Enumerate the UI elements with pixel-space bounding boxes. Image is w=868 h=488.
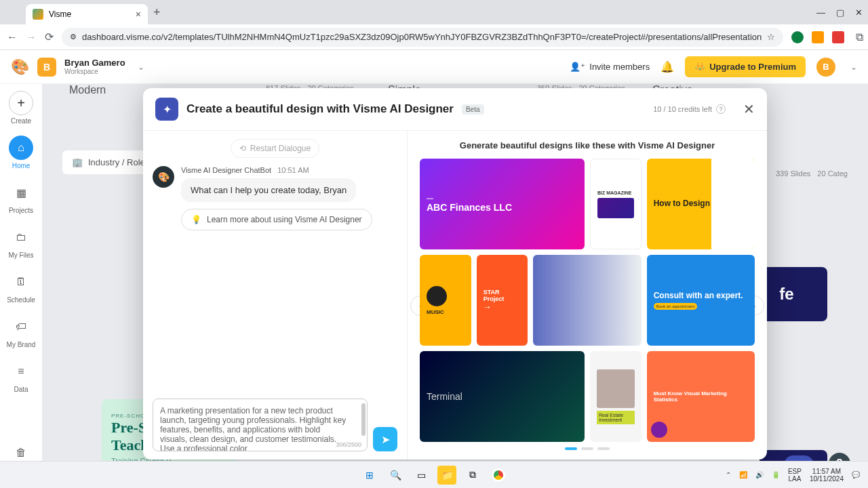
user-name: Bryan Gamero [64,58,125,68]
carousel-dot[interactable] [597,447,610,450]
maximize-icon[interactable]: ▢ [836,7,844,18]
minimize-icon[interactable]: — [816,7,825,18]
beta-badge: Beta [462,104,484,115]
forward-icon[interactable]: → [26,31,37,43]
home-icon: ⌂ [9,136,33,160]
credits-text: 10 / 10 credits left [653,105,712,113]
sidebar-item-create[interactable]: + Create [9,91,33,125]
sidebar-item-home[interactable]: ⌂ Home [9,136,33,169]
upgrade-button[interactable]: 👑 Upgrade to Premium [685,56,806,77]
carousel-dot[interactable] [565,447,577,450]
template-thumb[interactable]: BIZ MAGAZINE [590,159,642,249]
calendar-icon: 🗓 [9,270,33,294]
slack-icon[interactable]: ⧉ [463,466,482,485]
template-thumb[interactable]: Consult with an expert.Book an appointme… [647,255,755,346]
template-thumb[interactable]: Must Know Visual Marketing Statistics [647,351,755,442]
battery-icon[interactable]: 🔋 [772,471,780,479]
bot-timestamp: 10:51 AM [277,166,309,174]
clock[interactable]: 11:57 AM 10/11/2024 [810,468,844,483]
template-thumb[interactable]: ━━ABC Finances LLC [420,159,585,249]
bot-avatar-icon: 🎨 [153,166,174,188]
database-icon: ≡ [9,359,33,384]
extension-icon[interactable] [812,31,824,43]
sidebar-item-data[interactable]: ≡ Data [9,359,33,393]
send-icon: ➤ [381,433,390,446]
template-thumb[interactable]: Real Estate Investment [590,351,642,442]
template-thumb[interactable]: STAR Project→ [477,255,528,346]
tab-title: Visme [49,9,71,19]
reload-icon[interactable]: ⟳ [45,30,54,43]
extension-icon[interactable] [832,31,844,43]
char-count: 306/2500 [336,441,361,448]
info-icon[interactable]: ? [716,104,726,114]
url-text: dashboard.visme.co/v2/templates/TUlhM2NH… [82,32,762,42]
close-window-icon[interactable]: ✕ [855,7,863,18]
sidebar-item-mybrand[interactable]: 🏷 My Brand [7,314,36,348]
tray-chevron-icon[interactable]: ⌃ [726,471,731,479]
user-plus-icon: 👤⁺ [570,62,585,72]
carousel-dots [420,447,755,450]
refresh-icon: ⟲ [239,144,246,153]
site-settings-icon[interactable]: ⚙ [70,33,77,41]
favicon-icon [33,9,43,20]
browser-toolbar: ← → ⟳ ⚙ dashboard.visme.co/v2/templates/… [0,24,868,50]
industry-filter[interactable]: 🏢 Industry / Role [62,150,155,174]
template-thumb[interactable]: How to Design a Font [647,159,755,249]
chevron-down-icon[interactable]: ⌄ [850,62,857,72]
extensions-icon[interactable]: ⧉ [852,31,866,43]
user-avatar[interactable]: B [816,58,835,77]
category-title: Modern [69,84,106,96]
browser-tab[interactable]: Visme × [26,4,148,24]
carousel-dot[interactable] [581,447,593,450]
chat-pane: ⟲ Restart Dialogue 🎨 Visme AI Designer C… [143,131,408,460]
bot-message: What can I help you create today, Bryan [181,178,356,202]
main-content: Modern 817 Slides 20 Categories Simple 3… [42,84,868,488]
new-tab-button[interactable]: + [153,5,161,20]
app-header: 🎨 B Bryan Gamero Workspace ⌄ 👤⁺ Invite m… [0,50,868,84]
left-sidebar: + Create ⌂ Home ▦ Projects 🗀 My Files 🗓 … [0,84,42,488]
taskview-icon[interactable]: ▭ [412,466,431,485]
invite-members-button[interactable]: 👤⁺ Invite members [570,62,650,72]
workspace-switcher[interactable]: Bryan Gamero Workspace [64,58,125,77]
chrome-icon[interactable] [489,466,508,485]
dialog-title: Create a beautiful design with Visme AI … [186,102,454,116]
learn-more-button[interactable]: 💡 Learn more about using Visme AI Design… [181,209,372,230]
sidebar-item-schedule[interactable]: 🗓 Schedule [7,270,35,304]
close-dialog-button[interactable]: ✕ [743,101,755,117]
notifications-icon[interactable]: 🔔 [660,60,674,73]
grid-icon: ▦ [9,180,33,205]
back-icon[interactable]: ← [7,31,18,43]
start-icon[interactable]: ⊞ [360,466,379,485]
scrollbar[interactable] [361,403,366,436]
close-tab-icon[interactable]: × [136,9,141,20]
template-thumb[interactable] [533,255,641,346]
gallery-title: Generate beautiful designs like these wi… [420,140,755,150]
sidebar-item-myfiles[interactable]: 🗀 My Files [8,225,33,259]
restart-dialogue-button[interactable]: ⟲ Restart Dialogue [231,139,319,158]
notifications-tray-icon[interactable]: 💬 [852,471,860,479]
ai-designer-icon: ✦ [155,98,178,121]
wifi-icon[interactable]: 📶 [739,471,747,479]
template-thumb[interactable]: MUSIC [420,255,471,346]
gallery-pane: Generate beautiful designs like these wi… [408,131,767,460]
workspace-badge[interactable]: B [37,58,56,77]
plus-icon: + [9,91,33,115]
url-input[interactable]: ⚙ dashboard.visme.co/v2/templates/TUlhM2… [62,28,783,47]
bookmark-star-icon[interactable]: ☆ [767,32,775,42]
visme-logo-icon[interactable]: 🎨 [11,58,29,76]
lightbulb-icon: 💡 [191,215,201,224]
bot-name: Visme AI Designer ChatBot [181,166,271,174]
template-thumb[interactable]: Terminal [420,351,585,442]
crown-icon: 👑 [694,62,705,72]
explorer-icon[interactable]: 📁 [437,466,456,485]
building-icon: 🏢 [72,157,83,167]
language-indicator[interactable]: ESP LAA [788,468,802,483]
extension-icon[interactable] [791,31,804,43]
chevron-down-icon[interactable]: ⌄ [138,62,144,72]
sidebar-item-projects[interactable]: ▦ Projects [9,180,33,214]
search-icon[interactable]: 🔍 [386,466,405,485]
send-button[interactable]: ➤ [373,427,397,451]
folder-icon: 🗀 [9,225,33,249]
prompt-input[interactable]: A marketing presentation for a new tech … [153,399,368,451]
volume-icon[interactable]: 🔊 [755,471,764,479]
